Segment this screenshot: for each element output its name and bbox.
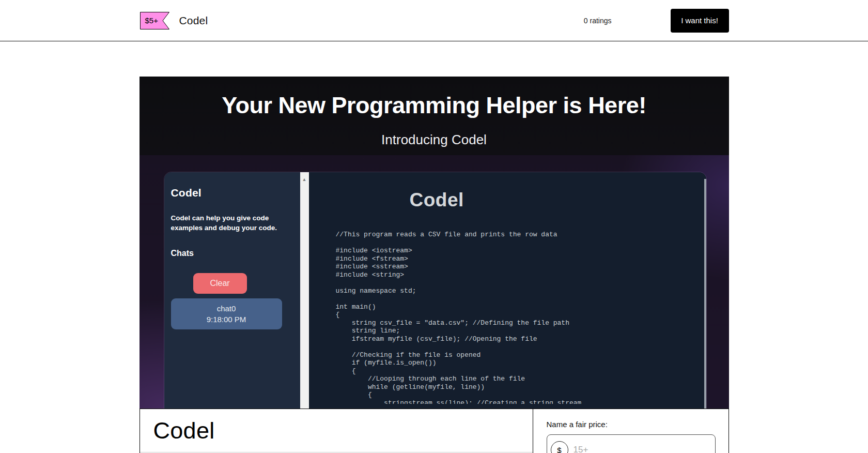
price-input[interactable] — [574, 445, 687, 453]
ratings-count: 0 ratings — [584, 17, 612, 25]
code-panel-title: Codel — [410, 189, 464, 211]
code-panel: Codel //This program reads a CSV file an… — [309, 172, 706, 409]
site-header: $5+ Codel 0 ratings I want this! — [0, 0, 868, 41]
page-container: Your New Programming Helper is Here! Int… — [140, 77, 729, 409]
i-want-this-button[interactable]: I want this! — [671, 9, 729, 33]
clear-chats-button[interactable]: Clear — [193, 273, 247, 294]
hero-subtitle: Introducing Codel — [140, 132, 729, 148]
chat-item-time: 9:18:00 PM — [207, 314, 246, 325]
product-info-card: Codel Name a fair price: $ — [140, 409, 729, 453]
app-screenshot: Codel Codel can help you give code examp… — [164, 172, 706, 409]
chat-item-name: chat0 — [217, 303, 236, 314]
header-inner: $5+ Codel 0 ratings I want this! — [140, 0, 729, 41]
chats-heading: Chats — [171, 249, 293, 258]
price-label: Name a fair price: — [547, 420, 729, 429]
price-tag-label: $5+ — [145, 16, 158, 25]
app-sidebar-title: Codel — [171, 187, 293, 199]
price-column: Name a fair price: $ — [533, 409, 729, 453]
title-divider — [140, 452, 533, 452]
scroll-up-icon[interactable]: ▲ — [300, 177, 309, 182]
app-description: Codel can help you give code examples an… — [171, 214, 280, 233]
price-tag-icon: $5+ — [140, 12, 169, 29]
dollar-icon: $ — [551, 441, 568, 453]
code-listing: //This program reads a CSV file and prin… — [336, 231, 582, 404]
code-scrollbar-thumb[interactable] — [704, 179, 706, 409]
app-sidebar: Codel Codel can help you give code examp… — [164, 172, 300, 409]
hero-banner: Your New Programming Helper is Here! Int… — [140, 77, 729, 409]
price-input-box[interactable]: $ — [547, 434, 716, 453]
product-main-column: Codel — [140, 409, 533, 453]
hero-title: Your New Programming Helper is Here! — [140, 92, 729, 119]
chat-list-item[interactable]: chat0 9:18:00 PM — [171, 298, 282, 329]
product-name-header: Codel — [179, 14, 208, 27]
header-right: 0 ratings I want this! — [584, 9, 729, 33]
app-scrollbar[interactable]: ▲ — [300, 172, 309, 409]
product-title: Codel — [153, 417, 533, 444]
